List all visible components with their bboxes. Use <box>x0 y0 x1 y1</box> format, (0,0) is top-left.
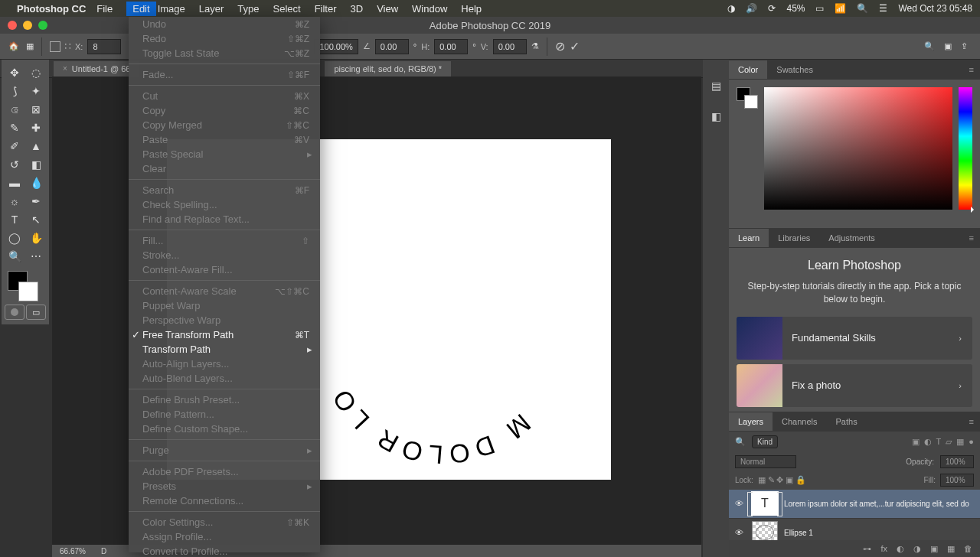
lock-buttons[interactable]: ▦ ✎ ✥ ▣ 🔒 <box>758 475 806 485</box>
menu-image[interactable]: Image <box>158 3 185 15</box>
filter-icon[interactable]: 🔍 <box>735 437 746 447</box>
filter-toggle[interactable]: ● <box>969 437 974 447</box>
learn-card[interactable]: Fundamental Skills › <box>737 317 972 360</box>
layer-row[interactable]: 👁 T Lorem ipsum dolor sit amet,...tur ad… <box>729 490 980 519</box>
menu-view[interactable]: View <box>377 3 398 15</box>
panel-menu-icon[interactable]: ≡ <box>963 417 980 426</box>
filter-smart-icon[interactable]: ▦ <box>956 437 964 447</box>
frame-tool[interactable]: ⊠ <box>26 101 46 118</box>
tab-libraries[interactable]: Libraries <box>769 229 819 247</box>
quick-mask-button[interactable] <box>5 305 24 320</box>
tab-color[interactable]: Color <box>729 60 767 79</box>
history-brush-tool[interactable]: ↺ <box>5 156 24 173</box>
path-select-tool[interactable]: ↖ <box>26 211 46 228</box>
adjustment-icon[interactable]: ◑ <box>913 544 921 554</box>
zoom-window-button[interactable] <box>38 21 47 30</box>
blend-mode-dropdown[interactable]: Normal <box>735 455 796 468</box>
search-icon[interactable]: 🔍 <box>924 41 935 51</box>
v-field[interactable]: 0.00 <box>493 39 527 54</box>
menu-edit[interactable]: Edit <box>126 2 155 16</box>
properties-panel-icon[interactable]: ◧ <box>708 109 724 124</box>
tab-learn[interactable]: Learn <box>729 229 769 247</box>
tab-adjustments[interactable]: Adjustments <box>819 229 884 247</box>
color-mini-swatches[interactable] <box>737 87 758 220</box>
delete-layer-icon[interactable]: 🗑 <box>964 544 972 553</box>
tab-swatches[interactable]: Swatches <box>767 60 822 79</box>
mask-icon[interactable]: ◐ <box>897 544 904 554</box>
brush-tool[interactable]: ✐ <box>5 138 24 155</box>
history-panel-icon[interactable]: ▤ <box>708 78 724 93</box>
blur-tool[interactable]: 💧 <box>26 174 46 191</box>
crop-tool[interactable]: ⟃ <box>5 101 24 118</box>
reference-point-icon[interactable] <box>50 41 60 52</box>
panel-menu-icon[interactable]: ≡ <box>963 65 980 74</box>
commit-transform-button[interactable]: ✓ <box>570 39 580 54</box>
close-tab-icon[interactable]: × <box>63 64 67 73</box>
fill-field[interactable]: 100% <box>940 474 974 487</box>
document-tab[interactable]: × Untitled-1 @ 66 <box>54 61 139 77</box>
filter-type-icon[interactable]: T <box>936 437 942 447</box>
hand-tool[interactable]: ✋ <box>26 230 46 246</box>
eyedropper-tool[interactable]: ✎ <box>5 119 24 136</box>
filter-pixel-icon[interactable]: ▣ <box>912 437 920 447</box>
menu-type[interactable]: Type <box>237 3 259 15</box>
filter-shape-icon[interactable]: ▱ <box>946 437 952 447</box>
close-window-button[interactable] <box>8 21 17 30</box>
warp-icon[interactable]: ⚗ <box>531 41 539 51</box>
layer-row[interactable]: 👁 Ellipse 1 <box>729 519 980 540</box>
menu-filter[interactable]: Filter <box>315 3 337 15</box>
tab-paths[interactable]: Paths <box>827 412 867 431</box>
panel-menu-icon[interactable]: ≡ <box>963 233 980 243</box>
minimize-window-button[interactable] <box>23 21 32 30</box>
document-tab[interactable]: piscing elit, sed do, RGB/8) * <box>325 61 451 77</box>
cancel-transform-button[interactable]: ⊘ <box>555 39 565 54</box>
home-button[interactable]: 🏠 <box>6 39 21 54</box>
control-center-icon[interactable]: ☰ <box>879 3 887 14</box>
learn-card[interactable]: Fix a photo › <box>737 364 972 407</box>
marquee-tool[interactable]: ◌ <box>26 64 46 81</box>
wifi-icon[interactable]: 📶 <box>835 3 846 14</box>
h-field[interactable]: 0.00 <box>434 39 468 54</box>
zoom-tool[interactable]: 🔍 <box>5 248 24 265</box>
ellipse-tool[interactable]: ◯ <box>5 230 24 246</box>
menu-window[interactable]: Window <box>412 3 447 15</box>
background-swatch[interactable] <box>18 282 38 301</box>
app-name[interactable]: Photoshop CC <box>17 3 86 15</box>
move-tool[interactable]: ✥ <box>5 64 24 81</box>
eraser-tool[interactable]: ◧ <box>26 156 46 173</box>
screen-mode-button[interactable]: ▭ <box>26 305 46 320</box>
layer-name[interactable]: Ellipse 1 <box>784 529 974 537</box>
w-field[interactable]: 100.00% <box>314 39 358 54</box>
fx-icon[interactable]: fx <box>880 544 887 553</box>
filter-adjust-icon[interactable]: ◐ <box>924 437 932 447</box>
clock[interactable]: Wed Oct 23 05:48 <box>898 3 972 14</box>
lasso-tool[interactable]: ⟆ <box>5 83 24 99</box>
quick-select-tool[interactable]: ✦ <box>26 83 46 99</box>
dodge-tool[interactable]: ☼ <box>5 193 24 210</box>
free-transform-icon[interactable]: ▦ <box>26 41 34 51</box>
menu-layer[interactable]: Layer <box>199 3 224 15</box>
more-tools[interactable]: ⋯ <box>26 248 46 265</box>
layer-name[interactable]: Lorem ipsum dolor sit amet,...tur adipis… <box>784 500 974 508</box>
gradient-tool[interactable]: ▬ <box>5 174 24 191</box>
new-layer-icon[interactable]: ▦ <box>947 544 955 554</box>
curved-text[interactable]: M DOLOR LO <box>320 216 565 461</box>
filter-kind-dropdown[interactable]: Kind <box>752 435 778 448</box>
stamp-tool[interactable]: ▲ <box>26 138 46 155</box>
menu-file[interactable]: File <box>96 3 113 15</box>
menu-item[interactable]: Transform Path▸ <box>129 342 320 357</box>
visibility-toggle[interactable]: 👁 <box>735 528 746 537</box>
pen-tool[interactable]: ✒ <box>26 193 46 210</box>
visibility-toggle[interactable]: 👁 <box>735 499 746 508</box>
workspace-icon[interactable]: ▣ <box>944 41 952 51</box>
tab-channels[interactable]: Channels <box>773 412 826 431</box>
spotlight-icon[interactable]: 🔍 <box>857 3 868 14</box>
link-layers-icon[interactable]: ⊶ <box>863 544 871 554</box>
sync-icon[interactable]: ⟳ <box>768 3 776 14</box>
hue-slider[interactable] <box>959 87 972 210</box>
color-picker-field[interactable] <box>764 87 952 210</box>
share-icon[interactable]: ⇪ <box>961 41 968 51</box>
status-icon[interactable]: ◑ <box>727 3 735 14</box>
doc-info[interactable]: D <box>101 547 106 555</box>
opacity-field[interactable]: 100% <box>940 455 974 468</box>
